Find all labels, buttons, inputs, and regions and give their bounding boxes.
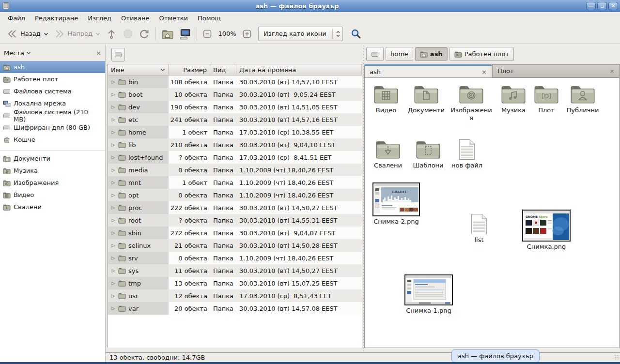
- tab-Плот[interactable]: Плот×: [492, 64, 620, 77]
- file-item-Изображения[interactable]: Изображения: [450, 84, 493, 122]
- table-row-dev[interactable]: ▷dev190 обектаПапка30.03.2010 (вт) 14,51…: [108, 101, 362, 113]
- computer-button[interactable]: [176, 26, 194, 42]
- table-row-selinux[interactable]: ▷selinux21 обектаПапка30.03.2010 (вт) 14…: [108, 239, 362, 252]
- breadcrumb-button-home[interactable]: home: [386, 47, 413, 61]
- tab-ash[interactable]: ash×: [364, 64, 492, 77]
- zoom-in-button[interactable]: [240, 28, 254, 40]
- places-dropdown-icon[interactable]: [26, 50, 31, 55]
- column-header-Размер[interactable]: Размер: [169, 64, 210, 75]
- expander-icon[interactable]: ▷: [111, 256, 116, 260]
- expander-icon[interactable]: ▷: [111, 243, 116, 248]
- sidebar-close-icon[interactable]: ×: [96, 49, 101, 57]
- forward-button[interactable]: Напред: [51, 27, 103, 41]
- sidebar-item-Изображения[interactable]: Изображения: [0, 177, 105, 189]
- menu-item-Помощ[interactable]: Помощ: [193, 13, 226, 23]
- expander-icon[interactable]: ▷: [111, 193, 116, 197]
- file-item-Снимка-1.png[interactable]: Снимка-1.png: [403, 274, 454, 315]
- breadcrumb-button-root[interactable]: [366, 47, 384, 61]
- table-row-proc[interactable]: ▷proc222 обектаПапка30.03.2010 (вт) 14,5…: [108, 201, 362, 214]
- table-row-bin[interactable]: ▷bin108 обектаПапка30.03.2010 (вт) 14,57…: [108, 76, 362, 88]
- sidebar-item-Кошче[interactable]: Кошче: [0, 134, 105, 146]
- table-row-mnt[interactable]: ▷mnt1 обектПапка1.10.2009 (чт) 18,40,26 …: [108, 176, 362, 189]
- table-row-media[interactable]: ▷media0 обектаПапка1.10.2009 (чт) 18,40,…: [108, 164, 362, 176]
- menu-item-Отиване[interactable]: Отиване: [116, 13, 154, 23]
- table-row-home[interactable]: ▷home1 обектПапка17.03.2010 (ср) 10,38,5…: [108, 126, 362, 138]
- table-row-boot[interactable]: ▷boot10 обектаПапка30.03.2010 (вт) 9,05,…: [108, 88, 362, 101]
- tree-root-button[interactable]: [111, 48, 125, 61]
- close-button[interactable]: ✕: [608, 2, 618, 10]
- expander-icon[interactable]: ▷: [111, 268, 116, 273]
- file-item-Снимка-2.png[interactable]: GUADECСнимка-2.png: [372, 182, 421, 226]
- tab-close-icon[interactable]: ×: [609, 67, 615, 75]
- sidebar-item-ash[interactable]: ash: [0, 61, 105, 73]
- breadcrumb-button-ash[interactable]: ash: [415, 47, 448, 61]
- column-header-Име[interactable]: Име: [108, 64, 169, 75]
- sidebar-item-Видео[interactable]: Видео: [0, 189, 105, 201]
- file-item-Свалени[interactable]: Свалени: [372, 139, 404, 169]
- expander-icon[interactable]: ▷: [111, 117, 116, 122]
- table-row-root[interactable]: ▷root? обектаПапка30.03.2010 (вт) 14,55,…: [108, 214, 362, 227]
- file-item-Плот[interactable]: [D]Плот: [532, 84, 560, 114]
- expander-icon[interactable]: ▷: [111, 180, 116, 185]
- expander-icon[interactable]: ▷: [111, 218, 116, 223]
- file-item-Видео[interactable]: Видео: [371, 84, 402, 114]
- file-item-нов файл[interactable]: нов файл: [449, 139, 485, 169]
- search-button[interactable]: [348, 27, 364, 41]
- table-row-var[interactable]: ▷var20 обектаПапка30.03.2010 (вт) 14,57,…: [108, 302, 362, 315]
- table-row-sys[interactable]: ▷sys11 обектаПапка30.03.2010 (вт) 14,50,…: [108, 264, 362, 277]
- expander-icon[interactable]: ▷: [111, 281, 116, 286]
- expander-icon[interactable]: ▷: [111, 142, 116, 147]
- expander-icon[interactable]: ▷: [111, 92, 116, 97]
- sidebar-item-Свалени[interactable]: Свалени: [0, 201, 105, 213]
- table-row-opt[interactable]: ▷opt0 обектаПапка1.10.2009 (чт) 18,40,26…: [108, 189, 362, 201]
- expander-icon[interactable]: ▷: [111, 130, 116, 135]
- reload-button[interactable]: [136, 27, 153, 41]
- column-header-Вид[interactable]: Вид: [210, 64, 236, 75]
- file-item-list[interactable]: list: [466, 213, 492, 244]
- back-dropdown-icon[interactable]: [43, 31, 49, 37]
- tab-close-icon[interactable]: ×: [481, 68, 487, 76]
- breadcrumb-button-Работен плот[interactable]: [D]Работен плот: [450, 47, 514, 61]
- places-title[interactable]: Места: [4, 49, 24, 57]
- table-row-sbin[interactable]: ▷sbin272 обектаПапка30.03.2010 (вт) 9,04…: [108, 227, 362, 239]
- file-item-Публични[interactable]: Публични: [562, 84, 603, 114]
- table-row-tmp[interactable]: ▷tmp13 обектаПапка30.03.2010 (вт) 15,07,…: [108, 277, 362, 289]
- table-row-lost+found[interactable]: ▷lost+found? обектаПапка17.03.2010 (ср) …: [108, 151, 362, 164]
- column-header-Дата на промяна[interactable]: Дата на промяна: [236, 64, 362, 75]
- view-mode-select[interactable]: Изглед като икони: [258, 27, 343, 41]
- table-row-srv[interactable]: ▷srv0 обектаПапка1.10.2009 (чт) 18,40,26…: [108, 252, 362, 264]
- back-button[interactable]: Назад: [4, 27, 51, 41]
- file-item-Снимка.png[interactable]: GNOME StoreСнимка.png: [521, 210, 572, 251]
- expander-icon[interactable]: ▷: [111, 306, 116, 311]
- sidebar-item-Работен плот[interactable]: [D]Работен плот: [0, 73, 105, 85]
- maximize-button[interactable]: ▫: [597, 2, 607, 10]
- menu-item-Изглед[interactable]: Изглед: [83, 13, 116, 23]
- sidebar-item-Файлова система[interactable]: Файлова система: [0, 85, 105, 97]
- file-item-Шаблони[interactable]: Шаблони: [410, 139, 446, 169]
- menu-item-Отметки[interactable]: Отметки: [154, 13, 192, 23]
- up-button[interactable]: [103, 27, 120, 41]
- icon-view[interactable]: ВидеоДокументиИзображенияМузика[D]ПлотПу…: [364, 77, 620, 348]
- sidebar-item-Музика[interactable]: Музика: [0, 165, 105, 177]
- expander-icon[interactable]: ▷: [111, 79, 116, 84]
- expander-icon[interactable]: ▷: [111, 167, 116, 172]
- menu-item-Редактиране[interactable]: Редактиране: [30, 13, 83, 23]
- expander-icon[interactable]: ▷: [111, 155, 116, 160]
- sidebar-item-Локална мрежа[interactable]: Локална мрежа: [0, 97, 105, 109]
- expander-icon[interactable]: ▷: [111, 105, 116, 109]
- zoom-out-button[interactable]: [200, 28, 215, 40]
- table-row-etc[interactable]: ▷etc241 обектаПапка30.03.2010 (вт) 14,57…: [108, 113, 362, 126]
- minimize-button[interactable]: —: [586, 2, 596, 10]
- sidebar-item-Файлова система (210 MB)[interactable]: Файлова система (210 MB): [0, 109, 105, 121]
- file-item-Музика[interactable]: Музика: [496, 84, 530, 114]
- table-row-lib[interactable]: ▷lib210 обектаПапка30.03.2010 (вт) 9,04,…: [108, 138, 362, 151]
- expander-icon[interactable]: ▷: [111, 293, 116, 298]
- sidebar-item-Шифриран дял (80 GB)[interactable]: Шифриран дял (80 GB): [0, 121, 105, 134]
- sidebar-item-Документи[interactable]: Документи: [0, 152, 105, 165]
- table-row-usr[interactable]: ▷usr12 обектаПапка17.03.2010 (ср) 8,51,4…: [108, 289, 362, 302]
- home-button[interactable]: [159, 26, 176, 42]
- expander-icon[interactable]: ▷: [111, 230, 116, 235]
- file-item-Документи[interactable]: Документи: [403, 84, 449, 114]
- menu-item-Файл[interactable]: Файл: [3, 13, 30, 23]
- resize-grip[interactable]: [614, 354, 619, 359]
